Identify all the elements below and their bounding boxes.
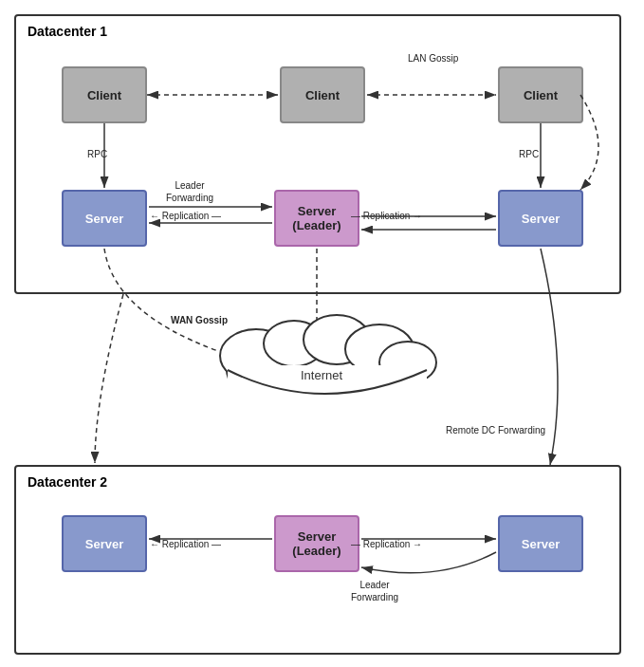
- datacenter1-label: Datacenter 1: [28, 24, 107, 39]
- rpc-left-label: RPC: [87, 149, 107, 159]
- wan-gossip-label: WAN Gossip: [171, 315, 228, 325]
- replication-right-dc2-label: — Replication →: [351, 539, 422, 549]
- lan-gossip-label: LAN Gossip: [408, 53, 458, 64]
- replication-right-dc1-label: — Replication →: [351, 211, 422, 221]
- replication-left-dc2-label: ← Replication —: [150, 539, 221, 549]
- dc1-server2: Server: [498, 190, 583, 247]
- svg-point-12: [220, 329, 292, 382]
- internet-cloud: [220, 315, 436, 417]
- dc1-client1: Client: [62, 66, 147, 123]
- diagram-container: Datacenter 1 Datacenter 2 Client Client …: [0, 0, 644, 667]
- dc1-server-leader: Server (Leader): [274, 190, 359, 247]
- dc2-server2: Server: [498, 515, 583, 572]
- datacenter2-label: Datacenter 2: [28, 474, 107, 490]
- replication-left-dc1-label: ← Replication —: [150, 211, 221, 221]
- svg-point-11: [227, 327, 416, 413]
- svg-point-13: [264, 321, 324, 366]
- remote-dc-forwarding-label: Remote DC Forwarding: [446, 425, 545, 435]
- svg-text:Internet: Internet: [301, 368, 342, 382]
- svg-point-15: [345, 324, 414, 374]
- leader-forwarding-dc2-label: LeaderForwarding: [351, 579, 398, 603]
- svg-point-16: [379, 342, 436, 383]
- dc2-server1: Server: [62, 515, 147, 572]
- leader-forwarding-dc1-label: LeaderForwarding: [166, 179, 213, 204]
- svg-point-14: [304, 315, 370, 364]
- dc2-server-leader: Server (Leader): [274, 515, 359, 572]
- svg-rect-17: [228, 365, 427, 417]
- dc1-client3: Client: [498, 66, 583, 123]
- dc1-client2: Client: [280, 66, 365, 123]
- dc1-server1: Server: [62, 190, 147, 247]
- rpc-right-label: RPC: [519, 149, 539, 159]
